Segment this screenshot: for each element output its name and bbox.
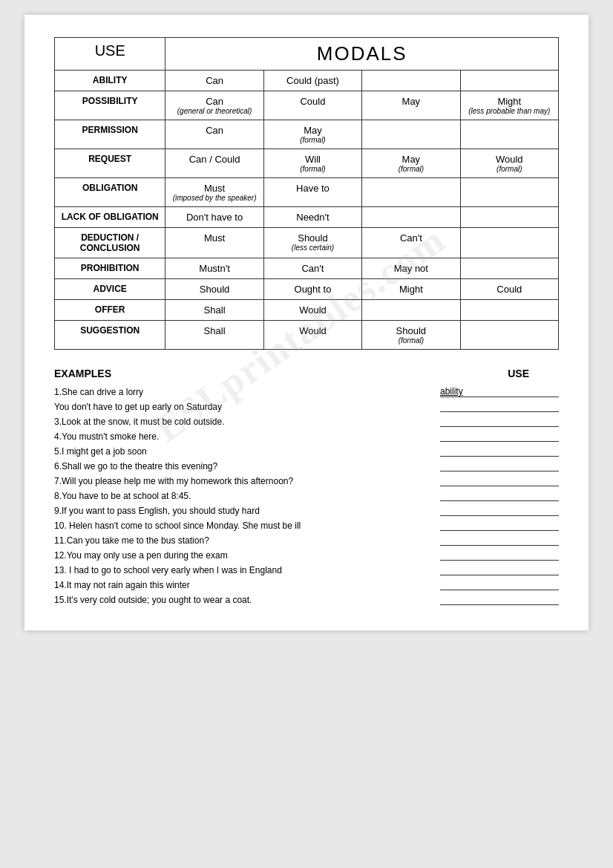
example-row: 5.I might get a job soon <box>54 445 559 457</box>
use-cell: PERMISSION <box>55 120 165 149</box>
example-row: 14.It may not rain again this winter <box>54 578 559 590</box>
example-row: 10. Helen hasn't come to school since Mo… <box>54 519 559 531</box>
example-row: 3.Look at the snow, it must be cold outs… <box>54 415 559 427</box>
modal-cell: Might <box>362 279 460 300</box>
example-text: 3.Look at the snow, it must be cold outs… <box>54 417 425 427</box>
use-cell: SUGGESTION <box>55 321 165 350</box>
example-row: 4.You mustn't smoke here. <box>54 430 559 442</box>
modal-cell: Ought to <box>263 279 361 300</box>
modal-cell <box>460 120 558 149</box>
modal-cell: Can't <box>362 228 460 258</box>
example-row: 8.You have to be at school at 8:45. <box>54 489 559 501</box>
example-text: 13. I had to go to school very early whe… <box>54 565 425 575</box>
modal-cell <box>460 258 558 279</box>
modal-cell: Can <box>165 71 263 91</box>
answer-line <box>440 534 559 546</box>
use-cell: LACK OF OBLIGATION <box>55 207 165 228</box>
examples-title: EXAMPLES <box>54 368 111 379</box>
use-cell: OFFER <box>55 300 165 321</box>
example-text: 11.Can you take me to the bus station? <box>54 535 425 546</box>
use-cell: PROHIBITION <box>55 258 165 279</box>
modal-cell: Have to <box>263 178 361 207</box>
modal-cell: Should(formal) <box>362 321 460 350</box>
modal-cell: Must <box>165 228 263 258</box>
answer-line <box>440 460 559 471</box>
answer-line <box>440 519 559 531</box>
example-row: You don't have to get up early on Saturd… <box>54 400 559 412</box>
modal-cell: Will(formal) <box>263 149 361 178</box>
use-cell: OBLIGATION <box>55 178 165 207</box>
modal-cell: Shall <box>165 321 263 350</box>
modal-cell <box>460 71 558 91</box>
modal-cell: May <box>362 91 460 120</box>
examples-section: EXAMPLES USE 1.She can drive a lorryabil… <box>54 368 559 605</box>
modal-cell <box>460 321 558 350</box>
answer-line <box>440 564 559 575</box>
modal-cell <box>460 207 558 228</box>
example-text: 8.You have to be at school at 8:45. <box>54 491 425 501</box>
example-row: 1.She can drive a lorryability <box>54 385 559 397</box>
example-text: 10. Helen hasn't come to school since Mo… <box>54 521 425 531</box>
example-text: 5.I might get a job soon <box>54 446 425 457</box>
answer-line <box>440 504 559 516</box>
use-cell: POSSIBILITY <box>55 91 165 120</box>
modal-cell <box>460 228 558 258</box>
modal-cell: Must(imposed by the speaker) <box>165 178 263 207</box>
example-row: 12.You may only use a pen during the exa… <box>54 549 559 561</box>
modal-cell: Can(general or theoretical) <box>165 91 263 120</box>
modal-cell: Shall <box>165 300 263 321</box>
answer-line: ability <box>440 385 559 397</box>
modals-header: MODALS <box>165 38 559 71</box>
modal-cell <box>362 207 460 228</box>
use-cell: ADVICE <box>55 279 165 300</box>
example-text: 7.Will you please help me with my homewo… <box>54 476 425 486</box>
use-title: USE <box>508 368 529 379</box>
use-cell: ABILITY <box>55 71 165 91</box>
modal-cell: Can / Could <box>165 149 263 178</box>
modal-cell: Should <box>165 279 263 300</box>
modal-cell <box>362 178 460 207</box>
use-cell: REQUEST <box>55 149 165 178</box>
example-text: 12.You may only use a pen during the exa… <box>54 550 425 561</box>
example-text: 15.It's very cold outside; you ought to … <box>54 595 425 605</box>
modal-cell: May not <box>362 258 460 279</box>
example-text: You don't have to get up early on Saturd… <box>54 402 425 412</box>
answer-line <box>440 445 559 457</box>
modal-cell <box>362 300 460 321</box>
example-text: 6.Shall we go to the theatre this evenin… <box>54 461 425 471</box>
modal-cell <box>460 178 558 207</box>
modal-cell: Can <box>165 120 263 149</box>
answer-line <box>440 489 559 501</box>
modal-cell: Could <box>460 279 558 300</box>
answer-line <box>440 593 559 605</box>
example-text: 1.She can drive a lorry <box>54 387 425 397</box>
example-row: 13. I had to go to school very early whe… <box>54 564 559 575</box>
use-header: USE <box>55 38 165 71</box>
example-text: 9.If you want to pass English, you shoul… <box>54 506 425 516</box>
example-row: 9.If you want to pass English, you shoul… <box>54 504 559 516</box>
modal-cell <box>362 71 460 91</box>
example-row: 11.Can you take me to the bus station? <box>54 534 559 546</box>
modal-cell: Would(formal) <box>460 149 558 178</box>
modal-cell: Would <box>263 321 361 350</box>
answer-line <box>440 400 559 412</box>
example-text: 4.You mustn't smoke here. <box>54 431 425 442</box>
example-row: 15.It's very cold outside; you ought to … <box>54 593 559 605</box>
modal-cell: May(formal) <box>263 120 361 149</box>
modal-cell: Should(less certain) <box>263 228 361 258</box>
use-cell: DEDUCTION / CONCLUSION <box>55 228 165 258</box>
answer-line <box>440 578 559 590</box>
modal-cell: May(formal) <box>362 149 460 178</box>
modal-cell: Can't <box>263 258 361 279</box>
modal-cell <box>362 120 460 149</box>
modal-cell: Don't have to <box>165 207 263 228</box>
example-row: 6.Shall we go to the theatre this evenin… <box>54 460 559 471</box>
modal-cell: Would <box>263 300 361 321</box>
modal-cell: Could <box>263 91 361 120</box>
example-text: 14.It may not rain again this winter <box>54 580 425 590</box>
modal-cell: Needn't <box>263 207 361 228</box>
modal-cell <box>460 300 558 321</box>
answer-line <box>440 430 559 442</box>
example-row: 7.Will you please help me with my homewo… <box>54 474 559 486</box>
answer-line <box>440 474 559 486</box>
